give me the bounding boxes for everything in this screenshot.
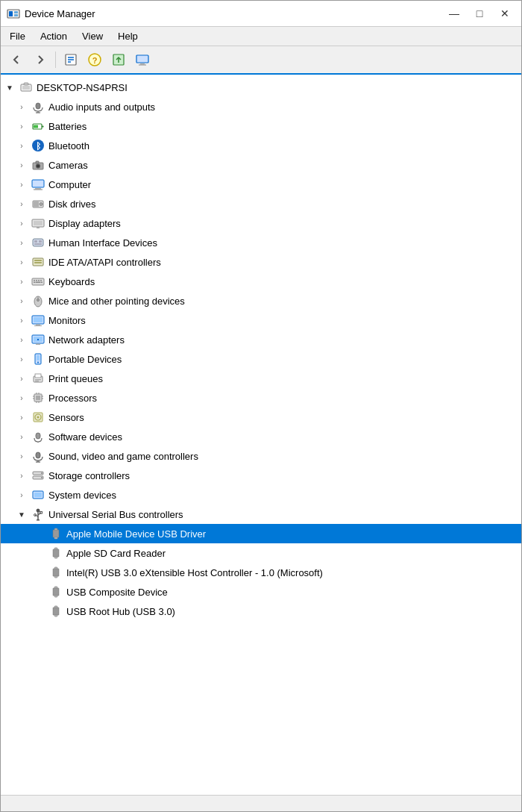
chevron-audio[interactable]: › [16, 101, 28, 113]
svg-text:?: ? [92, 56, 98, 65]
chevron-cameras[interactable]: › [16, 159, 28, 171]
chevron-computer[interactable]: › [16, 178, 28, 190]
tree-item-computer[interactable]: › Computer [1, 175, 521, 194]
tree-item-hid[interactable]: › Human Interface Devices [1, 233, 521, 252]
svg-rect-109 [54, 557, 57, 558]
tree-item-ide[interactable]: › IDE ATA/ATAPI controllers [1, 252, 521, 272]
chevron-sensors[interactable]: › [16, 411, 28, 423]
tree-item-print[interactable]: › Print queues [1, 369, 521, 388]
usb-label: Universal Serial Bus controllers [48, 509, 183, 520]
tree-item-sensors[interactable]: › Sensors [1, 407, 521, 427]
update-button[interactable] [107, 49, 130, 70]
chevron-sound[interactable]: › [16, 450, 28, 462]
tree-item-usb-composite[interactable]: USB Composite Device [1, 582, 521, 602]
chevron-display[interactable]: › [16, 217, 28, 229]
forward-button[interactable] [29, 49, 51, 70]
svg-rect-106 [54, 537, 57, 539]
chevron-monitors[interactable]: › [16, 314, 28, 326]
back-icon [10, 53, 23, 66]
tree-item-apple-sd[interactable]: Apple SD Card Reader [1, 543, 521, 563]
chevron-software[interactable]: › [16, 431, 28, 443]
tree-item-intel-usb[interactable]: Intel(R) USB 3.0 eXtensible Host Control… [1, 563, 521, 582]
menu-view[interactable]: View [76, 28, 109, 44]
apple-sd-label: Apple SD Card Reader [66, 548, 166, 559]
chevron-bluetooth[interactable]: › [16, 140, 28, 152]
chevron-ide[interactable]: › [16, 256, 28, 268]
tree-root[interactable]: ▼ DESKTOP-NS4PRSI [1, 78, 521, 97]
minimize-button[interactable]: — [444, 5, 465, 22]
tree-item-audio[interactable]: › Audio inputs and outputs [1, 97, 521, 116]
monitors-icon [31, 313, 45, 328]
svg-rect-108 [53, 549, 59, 557]
cameras-label: Cameras [48, 160, 88, 171]
tree-item-keyboards[interactable]: › Keyboards [1, 272, 521, 291]
display-button[interactable] [131, 49, 154, 70]
tree-item-network[interactable]: › Network adapters [1, 330, 521, 349]
svg-rect-70 [35, 379, 41, 381]
chevron-batteries[interactable]: › [16, 120, 28, 132]
tree-item-monitors[interactable]: › Monitors [1, 310, 521, 330]
chevron-portable[interactable]: › [16, 353, 28, 365]
chevron-network[interactable]: › [16, 334, 28, 346]
bluetooth-icon: ᛒ [31, 138, 45, 153]
close-button[interactable]: ✕ [494, 5, 515, 22]
svg-rect-48 [36, 280, 37, 281]
toolbar-sep-1 [55, 51, 56, 68]
tree-item-software[interactable]: › Software devices [1, 427, 521, 446]
maximize-button[interactable]: □ [469, 5, 490, 22]
chevron-print[interactable]: › [16, 372, 28, 384]
system-icon [31, 487, 45, 502]
tree-item-disk[interactable]: › Disk drives [1, 194, 521, 213]
chevron-processors[interactable]: › [16, 392, 28, 404]
network-icon [31, 332, 45, 347]
chevron-mice[interactable]: › [16, 295, 28, 307]
tree-item-display[interactable]: › Display adapters [1, 213, 521, 233]
properties-button[interactable] [60, 49, 82, 70]
batteries-label: Batteries [48, 121, 87, 132]
tree-item-bluetooth[interactable]: › ᛒ Bluetooth [1, 136, 521, 155]
tree-item-processors[interactable]: › Processors [1, 388, 521, 407]
svg-point-84 [37, 416, 40, 419]
tree-item-mice[interactable]: › Mice and other pointing devices [1, 291, 521, 310]
tree-container[interactable]: ▼ DESKTOP-NS4PRSI › Audio [1, 75, 521, 795]
help-button[interactable]: ? [84, 49, 106, 70]
tree-item-sound[interactable]: › Sound, video and game controllers [1, 446, 521, 466]
chevron-hid[interactable]: › [16, 237, 28, 249]
tree-item-portable[interactable]: › Portable Devices [1, 349, 521, 369]
chevron-disk[interactable]: › [16, 198, 28, 210]
chevron-root[interactable]: ▼ [4, 81, 16, 93]
svg-rect-111 [53, 569, 59, 576]
chevron-apple-sd [34, 547, 45, 559]
audio-label: Audio inputs and outputs [48, 102, 155, 113]
tree-item-storage[interactable]: › Storage controllers [1, 466, 521, 485]
batteries-icon [31, 119, 45, 134]
chevron-usb-root [34, 605, 45, 617]
svg-rect-87 [36, 452, 40, 458]
tree-item-batteries[interactable]: › Batteries [1, 116, 521, 136]
intel-usb-icon [48, 565, 63, 580]
keyboards-icon [31, 274, 45, 289]
back-button[interactable] [5, 49, 28, 70]
menu-bar: File Action View Help [1, 27, 521, 46]
tree-item-apple-mobile[interactable]: Apple Mobile Device USB Driver [1, 524, 521, 543]
tree-item-usb[interactable]: ▼ Universal Serial Bus controllers [1, 505, 521, 524]
display-icon [135, 52, 150, 67]
chevron-storage[interactable]: › [16, 469, 28, 481]
title-bar-controls: — □ ✕ [444, 5, 515, 22]
menu-help[interactable]: Help [112, 28, 144, 44]
processors-label: Processors [48, 393, 97, 404]
tree-item-system[interactable]: › System devices [1, 485, 521, 505]
window-title: Device Manager [25, 8, 95, 19]
menu-file[interactable]: File [4, 28, 31, 44]
tree-item-cameras[interactable]: › Cameras [1, 155, 521, 175]
chevron-keyboards[interactable]: › [16, 275, 28, 287]
intel-usb-label: Intel(R) USB 3.0 eXtensible Host Control… [66, 567, 323, 578]
tree-item-usb-root[interactable]: USB Root Hub (USB 3.0) [1, 602, 521, 621]
menu-action[interactable]: Action [34, 28, 73, 44]
chevron-usb[interactable]: ▼ [16, 508, 28, 520]
chevron-system[interactable]: › [16, 489, 28, 501]
disk-label: Disk drives [48, 199, 96, 210]
svg-rect-3 [14, 14, 18, 16]
svg-rect-59 [36, 325, 40, 326]
title-bar-left: Device Manager [7, 7, 95, 20]
